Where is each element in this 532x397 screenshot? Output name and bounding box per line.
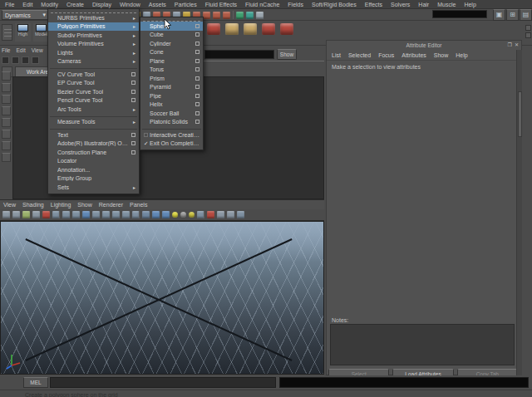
menubar-item[interactable]: Help xyxy=(462,2,477,7)
polygon-submenu-item[interactable]: ✓ Platonic Solids ▸ xyxy=(140,118,203,127)
document-icon[interactable] xyxy=(2,56,9,64)
rotate-tool-icon[interactable] xyxy=(2,118,11,127)
grid-toggle-icon[interactable] xyxy=(62,211,70,218)
attribute-editor-menu-item[interactable]: Selected xyxy=(348,52,371,58)
create-menu-item[interactable]: ✓ Volume Primitives ▸ xyxy=(48,40,139,49)
create-menu-item[interactable]: ✓ Arc Tools ▸ xyxy=(48,105,139,114)
vp-divider[interactable] xyxy=(52,211,60,218)
layout-single-pane-button[interactable]: ▣ xyxy=(493,9,505,21)
option-box-icon[interactable] xyxy=(131,72,135,76)
joints-toggle-icon[interactable] xyxy=(217,211,224,218)
hypershade-menu-item[interactable]: File xyxy=(2,47,10,53)
attribute-editor-titlebar[interactable]: Attribute Editor ❐ ✕ xyxy=(327,41,521,50)
resolution-gate-icon[interactable] xyxy=(82,211,90,218)
create-menu-item[interactable]: ✓ ▸ xyxy=(50,66,137,69)
camera-bookmarks-icon[interactable] xyxy=(12,211,20,218)
create-menu-item[interactable]: ✓ Empty Group ▸ xyxy=(48,174,139,184)
attribute-editor-menu-item[interactable]: Attributes xyxy=(401,52,426,58)
cone-red-shelf-icon[interactable] xyxy=(262,23,275,35)
wire-on-shaded-icon[interactable] xyxy=(237,211,244,218)
create-menu-item[interactable]: ✓ Pencil Curve Tool ▸ xyxy=(48,96,139,105)
option-box-icon[interactable] xyxy=(131,150,135,154)
camera-attributes-icon[interactable] xyxy=(2,211,10,218)
safe-title-icon[interactable] xyxy=(122,211,130,218)
option-box-icon[interactable] xyxy=(195,76,200,81)
option-box-icon[interactable] xyxy=(195,120,200,124)
gate-mask-icon[interactable] xyxy=(92,211,100,218)
float-panel-icon[interactable]: ❐ xyxy=(508,42,512,47)
polygon-submenu-item[interactable]: ✓ Cone ▸ xyxy=(140,48,203,57)
polygon-submenu-item[interactable]: ✓ Soccer Ball ▸ xyxy=(140,109,203,118)
create-menu-item[interactable]: ✓ Subdiv Primitives ▸ xyxy=(48,31,139,40)
create-menu-item[interactable]: ✓ ▸ xyxy=(50,127,137,130)
create-menu-item[interactable]: ✓ Bezier Curve Tool ▸ xyxy=(48,87,139,96)
option-box-icon[interactable] xyxy=(195,85,200,89)
universal-manipulator-icon[interactable] xyxy=(2,141,11,150)
create-menu-item[interactable]: ✓ Lights ▸ xyxy=(48,48,139,57)
render-view-shortcut-icon[interactable] xyxy=(236,12,244,19)
viewport-menu-item[interactable]: Renderer xyxy=(99,202,123,208)
render-settings-icon[interactable] xyxy=(223,12,230,19)
viewport-menu-item[interactable]: View xyxy=(3,202,16,208)
menubar-item[interactable]: Particles xyxy=(173,2,199,7)
paint-select-tool-icon[interactable] xyxy=(2,95,11,104)
field-chart-icon[interactable] xyxy=(102,211,110,218)
viewport-menu-item[interactable]: Panels xyxy=(130,202,147,208)
high-quality-display-button[interactable]: High xyxy=(15,23,31,42)
polygon-submenu-item[interactable]: ✓ Plane ▸ xyxy=(140,56,203,66)
isolate-select-icon[interactable] xyxy=(42,211,50,218)
viewport-menu-item[interactable]: Show xyxy=(77,202,92,208)
ipr-render-icon[interactable] xyxy=(213,12,220,19)
shadows-toggle-icon[interactable] xyxy=(180,212,186,218)
lasso-tool-icon[interactable] xyxy=(2,83,11,92)
option-box-icon[interactable] xyxy=(131,81,135,85)
menubar-item[interactable]: Fluid nCache xyxy=(244,2,281,7)
polygon-submenu-item[interactable]: ✓ Helix ▸ xyxy=(140,100,203,110)
texture-view-shortcut-icon[interactable] xyxy=(246,12,254,19)
wireframe-mode-icon[interactable] xyxy=(142,211,150,218)
option-box-icon[interactable] xyxy=(195,32,200,37)
option-box-icon[interactable] xyxy=(195,102,200,106)
show-button[interactable]: Show xyxy=(277,49,297,60)
option-box-icon[interactable] xyxy=(195,50,200,54)
select-tool-icon[interactable] xyxy=(2,71,11,81)
menubar-item[interactable]: Solvers xyxy=(389,2,411,7)
menubar-item[interactable]: Edit xyxy=(21,2,34,7)
scale-tool-icon[interactable] xyxy=(2,130,11,139)
menubar-item[interactable]: Fields xyxy=(286,2,305,7)
attribute-editor-scrollbar[interactable] xyxy=(516,50,522,375)
close-icon[interactable]: ✕ xyxy=(515,42,519,47)
move-tool-icon[interactable] xyxy=(2,106,11,115)
menubar-item[interactable]: Hair xyxy=(416,2,431,7)
use-all-lights-icon[interactable] xyxy=(172,212,178,218)
notes-field[interactable] xyxy=(330,324,515,365)
perspective-viewport[interactable] xyxy=(0,221,324,375)
hypershade-menu-item[interactable]: View xyxy=(32,47,43,53)
menubar-item[interactable]: Assets xyxy=(147,2,168,7)
viewport-menu-item[interactable]: Shading xyxy=(22,202,44,208)
create-menu-item[interactable]: ✓ EP Curve Tool ▸ xyxy=(48,79,139,88)
menubar-item[interactable]: Modify xyxy=(39,2,60,7)
create-menu-item[interactable]: ✓ Cameras ▸ xyxy=(48,57,139,66)
create-menu-item[interactable]: ✓ ▸ xyxy=(50,115,137,117)
create-menu-item[interactable]: ✓ Sets ▸ xyxy=(48,183,139,192)
mel-toggle-button[interactable]: MEL xyxy=(23,377,48,388)
command-line-input[interactable] xyxy=(50,377,276,388)
shelf-menu-down-icon[interactable] xyxy=(525,32,531,38)
option-box-icon[interactable] xyxy=(131,133,135,137)
create-menu-item[interactable]: ✓ Construction Plane ▸ xyxy=(48,148,139,157)
occlusion-toggle-icon[interactable] xyxy=(189,212,195,218)
attribute-editor-menu-item[interactable]: List xyxy=(332,52,341,58)
menubar-item[interactable]: Fluid Effects xyxy=(204,2,239,7)
create-menu-item[interactable]: ✓ Adobe(R) Illustrator(R) Object... ▸ xyxy=(48,140,139,149)
option-box-icon[interactable] xyxy=(195,94,200,98)
menubar-item[interactable]: Soft/Rigid Bodies xyxy=(310,2,358,7)
copy-tab-icon[interactable] xyxy=(256,12,264,19)
polygon-submenu-item[interactable]: ✓ Pipe ▸ xyxy=(140,91,203,100)
menubar-item[interactable]: Effects xyxy=(363,2,384,7)
create-menu-item[interactable]: ✓ NURBS Primitives ▸ xyxy=(48,13,139,22)
menu-set-dropdown[interactable]: Dynamics ▾ xyxy=(2,10,49,20)
2d-pan-zoom-icon[interactable] xyxy=(32,211,40,218)
hypershade-search-input[interactable] xyxy=(204,50,274,59)
create-menu-item[interactable]: ✓ Annotation... ▸ xyxy=(48,165,139,174)
